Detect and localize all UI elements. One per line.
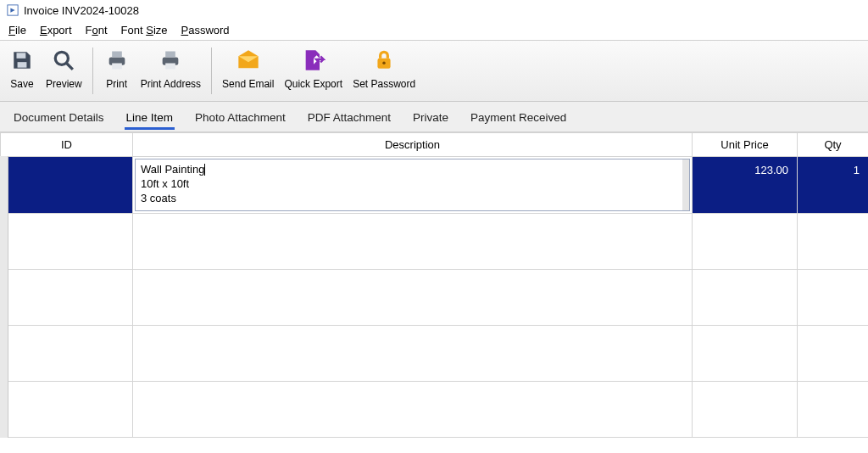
svg-rect-10 (166, 64, 176, 70)
col-header-id[interactable]: ID (1, 133, 133, 157)
tab-line-item[interactable]: Line Item (125, 104, 175, 130)
window-title: Invoice INV2024-10028 (24, 4, 139, 17)
cell-id[interactable] (1, 214, 133, 270)
table-row[interactable]: Wall Painting10ft x 10ft3 coats 123.00 1 (1, 157, 869, 214)
line-item-grid[interactable]: ID Description Unit Price Qty Wall Paint… (0, 132, 868, 438)
col-header-qty[interactable]: Qty (798, 133, 869, 157)
window-titlebar: Invoice INV2024-10028 (0, 0, 868, 20)
desc-line: 3 coats (141, 192, 176, 204)
desc-line: Wall Painting (141, 163, 204, 176)
table-row[interactable] (1, 382, 869, 438)
cell-unit-price[interactable] (693, 270, 798, 326)
line-item-grid-wrap: ID Description Unit Price Qty Wall Paint… (0, 132, 868, 438)
svg-rect-7 (112, 64, 122, 70)
quick-export-icon (301, 48, 326, 73)
save-button[interactable]: Save (3, 46, 41, 90)
menu-font-size[interactable]: Font Size (121, 24, 168, 36)
svg-point-3 (56, 52, 69, 64)
cell-unit-price[interactable] (693, 382, 798, 438)
send-email-label: Send Email (222, 78, 274, 90)
cell-description[interactable] (133, 382, 693, 438)
cell-unit-price[interactable] (693, 214, 798, 270)
set-password-label: Set Password (353, 78, 415, 90)
tab-document-details[interactable]: Document Details (12, 104, 106, 130)
svg-rect-1 (17, 53, 26, 59)
grid-gutter (0, 156, 8, 438)
menu-export[interactable]: Export (40, 24, 72, 36)
print-address-button[interactable]: Print Address (136, 46, 206, 90)
col-header-description[interactable]: Description (133, 133, 693, 157)
preview-icon (51, 48, 76, 73)
text-caret (204, 164, 205, 176)
cell-id[interactable] (1, 270, 133, 326)
cell-id[interactable] (1, 382, 133, 438)
set-password-button[interactable]: Set Password (348, 46, 420, 90)
send-email-button[interactable]: Send Email (217, 46, 279, 90)
cell-qty[interactable] (798, 270, 869, 326)
cell-description[interactable]: Wall Painting10ft x 10ft3 coats (133, 157, 693, 214)
save-icon (9, 48, 35, 73)
print-address-label: Print Address (141, 78, 201, 90)
col-header-unit-price[interactable]: Unit Price (693, 133, 798, 157)
print-button[interactable]: Print (98, 46, 136, 90)
save-label: Save (10, 78, 33, 90)
lock-icon (371, 48, 397, 73)
cell-unit-price[interactable]: 123.00 (693, 157, 798, 214)
grid-header-row: ID Description Unit Price Qty (1, 133, 869, 157)
table-row[interactable] (1, 214, 869, 270)
cell-description[interactable] (133, 326, 693, 382)
quick-export-button[interactable]: Quick Export (279, 46, 348, 90)
table-row[interactable] (1, 270, 869, 326)
preview-label: Preview (46, 78, 82, 90)
cell-id[interactable] (1, 157, 133, 214)
print-label: Print (106, 78, 127, 90)
description-editor[interactable]: Wall Painting10ft x 10ft3 coats (135, 159, 690, 211)
tab-private[interactable]: Private (411, 104, 450, 130)
cell-description[interactable] (133, 270, 693, 326)
menu-password[interactable]: Password (181, 24, 230, 36)
print-icon (104, 48, 130, 73)
svg-line-4 (67, 63, 74, 70)
toolbar-separator (211, 48, 212, 94)
menubar: File Export Font Font Size Password (0, 20, 868, 41)
menu-file[interactable]: File (8, 24, 26, 36)
print-address-icon (158, 48, 183, 73)
cell-qty[interactable] (798, 326, 869, 382)
tab-pdf-attachment[interactable]: PDF Attachment (306, 104, 392, 130)
table-row[interactable] (1, 326, 869, 382)
menu-font[interactable]: Font (86, 24, 108, 36)
cell-id[interactable] (1, 326, 133, 382)
svg-rect-6 (112, 52, 122, 58)
tab-photo-attachment[interactable]: Photo Attachment (193, 104, 287, 130)
tab-bar: Document Details Line Item Photo Attachm… (0, 102, 868, 132)
email-icon (236, 48, 261, 73)
desc-line: 10ft x 10ft (141, 177, 189, 190)
cell-unit-price[interactable] (693, 326, 798, 382)
quick-export-label: Quick Export (284, 78, 342, 90)
toolbar: Save Preview Print Print Address Send Em… (0, 41, 868, 102)
cell-qty[interactable] (798, 214, 869, 270)
preview-button[interactable]: Preview (41, 46, 87, 90)
cell-qty[interactable] (798, 382, 869, 438)
tab-payment-received[interactable]: Payment Received (469, 104, 568, 130)
svg-rect-2 (18, 62, 27, 68)
cell-description[interactable] (133, 214, 693, 270)
svg-rect-9 (166, 52, 176, 58)
cell-qty[interactable]: 1 (798, 157, 869, 214)
toolbar-separator (92, 48, 93, 94)
svg-point-12 (382, 62, 385, 64)
app-icon (7, 4, 19, 16)
